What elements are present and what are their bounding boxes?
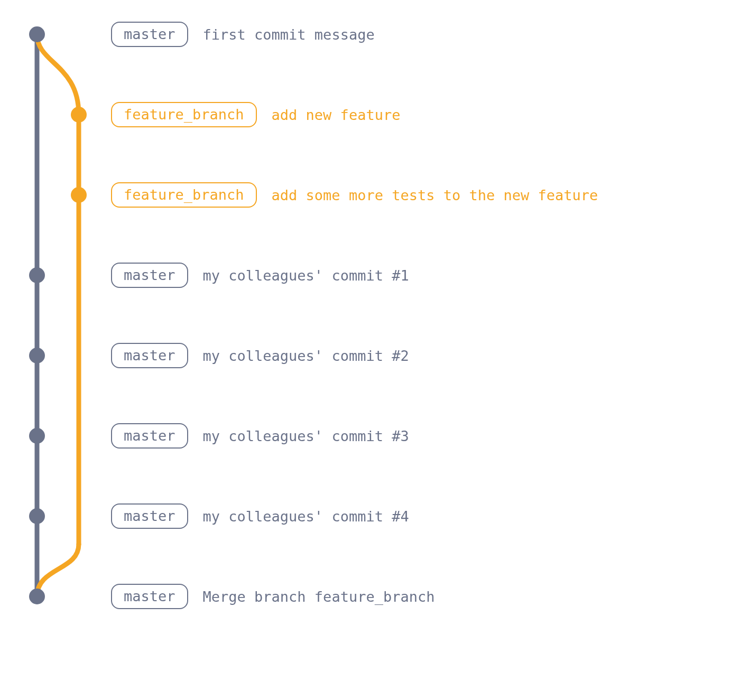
commit-message: first commit message [203,26,375,43]
commit-row: master first commit message [111,22,375,47]
git-graph-diagram: master first commit message feature_bran… [0,0,740,700]
commit-message: my colleagues' commit #4 [203,508,409,525]
commit-row: master my colleagues' commit #4 [111,503,409,529]
commit-message: my colleagues' commit #3 [203,428,409,444]
commit-message: Merge branch feature_branch [203,589,435,605]
commit-row: master my colleagues' commit #2 [111,343,409,368]
commit-node [29,428,45,444]
commit-node [29,508,45,524]
commit-row: master Merge branch feature_branch [111,584,434,609]
commit-row: feature_branch add some more tests to th… [111,182,598,208]
commit-row: feature_branch add new feature [111,102,400,127]
branch-badge: master [111,343,188,368]
commit-message: my colleagues' commit #2 [203,348,409,364]
commit-message: add new feature [272,107,401,123]
commit-node [29,348,45,363]
branch-badge: master [111,22,188,47]
commit-row: master my colleagues' commit #1 [111,263,409,288]
branch-badge: master [111,263,188,288]
branch-badge: master [111,503,188,529]
commit-message: add some more tests to the new feature [272,187,598,203]
branch-badge: master [111,584,188,609]
branch-badge: feature_branch [111,182,257,208]
commit-message: my colleagues' commit #1 [203,267,409,284]
commit-node [29,26,45,42]
commit-node [29,267,45,283]
commit-node [71,187,87,203]
commit-row: master my colleagues' commit #3 [111,423,409,449]
commit-node [71,107,87,123]
branch-badge: feature_branch [111,102,257,127]
commit-node [29,589,45,604]
branch-badge: master [111,423,188,449]
